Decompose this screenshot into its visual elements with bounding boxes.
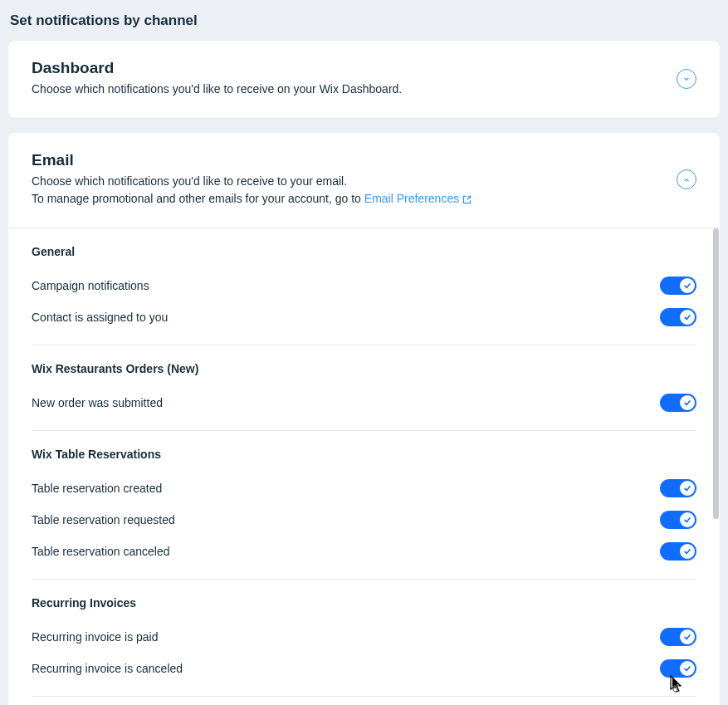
toggle[interactable] [660, 394, 696, 412]
setting-row: Table reservation requested [32, 504, 696, 536]
setting-row: Recurring invoice is canceled [32, 653, 696, 684]
email-collapse-button[interactable] [677, 169, 696, 189]
settings-group: Wix Restaurants Orders (New)New order wa… [8, 345, 720, 423]
page-title: Set notifications by channel [10, 12, 720, 29]
email-description-line2-prefix: To manage promotional and other emails f… [32, 192, 364, 205]
setting-row: Contact is assigned to you [32, 301, 696, 333]
chevron-up-icon [683, 174, 690, 186]
check-icon [680, 512, 695, 527]
check-icon [680, 629, 695, 644]
setting-label: Recurring invoice is canceled [32, 662, 183, 675]
chevron-down-icon [683, 72, 690, 85]
toggle[interactable] [660, 659, 696, 678]
setting-row: Campaign notifications [32, 270, 696, 301]
settings-group: GeneralCampaign notificationsContact is … [8, 228, 720, 338]
setting-label: Campaign notifications [32, 279, 149, 292]
email-description-line1: Choose which notifications you'd like to… [32, 174, 347, 188]
check-icon [680, 310, 695, 325]
group-title: General [32, 245, 696, 258]
toggle[interactable] [660, 628, 696, 646]
dashboard-title: Dashboard [32, 59, 402, 77]
setting-label: Table reservation requested [32, 513, 175, 526]
check-icon [680, 544, 695, 559]
setting-label: Recurring invoice is paid [32, 630, 159, 644]
setting-label: Table reservation canceled [32, 545, 170, 558]
scrollbar[interactable] [713, 228, 719, 519]
setting-label: Table reservation created [32, 482, 162, 495]
toggle[interactable] [660, 542, 696, 561]
setting-row: Recurring invoice is paid [32, 621, 696, 653]
setting-row: New order was submitted [32, 387, 696, 419]
toggle[interactable] [660, 479, 696, 497]
group-title: Recurring Invoices [32, 596, 696, 610]
toggle[interactable] [660, 511, 696, 529]
toggle[interactable] [660, 277, 696, 295]
check-icon [680, 278, 695, 293]
toggle[interactable] [660, 308, 696, 326]
settings-group: Wix Table ReservationsTable reservation … [8, 431, 720, 572]
dashboard-description: Choose which notifications you'd like to… [32, 81, 402, 98]
check-icon [680, 661, 695, 676]
setting-row: Table reservation created [32, 472, 696, 504]
dashboard-expand-button[interactable] [677, 69, 696, 89]
email-preferences-link-text: Email Preferences [364, 192, 459, 205]
setting-label: Contact is assigned to you [32, 311, 168, 324]
check-icon [680, 481, 695, 496]
settings-group: Recurring InvoicesRecurring invoice is p… [8, 580, 720, 689]
settings-group: TasksTask is due [8, 697, 720, 705]
check-icon [680, 395, 695, 410]
group-title: Wix Restaurants Orders (New) [32, 362, 696, 375]
email-title: Email [32, 151, 472, 169]
dashboard-card: Dashboard Choose which notifications you… [8, 41, 720, 118]
email-card: Email Choose which notifications you'd l… [8, 133, 720, 705]
email-preferences-link[interactable]: Email Preferences [364, 192, 472, 205]
group-title: Wix Table Reservations [32, 448, 696, 461]
setting-label: New order was submitted [32, 396, 163, 409]
setting-row: Table reservation canceled [32, 536, 696, 567]
external-link-icon [459, 192, 472, 205]
